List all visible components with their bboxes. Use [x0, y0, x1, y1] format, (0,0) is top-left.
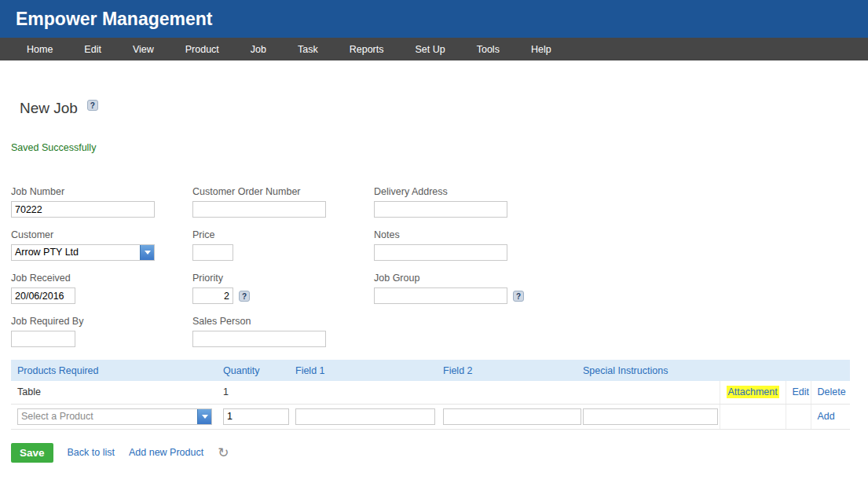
job-group-help-icon[interactable]: ? [513, 291, 524, 302]
nav-item-help[interactable]: Help [515, 38, 567, 60]
edit-link[interactable]: Edit [793, 386, 810, 397]
price-label: Price [192, 229, 374, 240]
cell-quantity: 1 [217, 381, 289, 404]
delivery-address-field[interactable] [374, 201, 507, 218]
col-header-edit [786, 360, 811, 381]
page-help-icon[interactable]: ? [87, 100, 98, 111]
customer-dropdown[interactable]: Arrow PTY Ltd [11, 244, 155, 261]
page-title: New Job [20, 100, 78, 117]
cell-product: Table [11, 381, 217, 404]
new-field1-field[interactable] [295, 408, 435, 425]
notes-field[interactable] [374, 244, 507, 261]
job-number-field[interactable] [11, 201, 155, 218]
cell-field2 [437, 381, 577, 404]
new-quantity-field[interactable] [223, 408, 289, 425]
cell-field1 [289, 381, 437, 404]
product-select-placeholder: Select a Product [18, 409, 197, 424]
col-header-field1: Field 1 [289, 360, 437, 381]
job-received-field[interactable] [11, 287, 75, 304]
col-header-attachment [720, 360, 786, 381]
table-row: Table 1 Attachment Edit Delete [11, 381, 850, 404]
new-special-instructions-field[interactable] [583, 408, 718, 425]
sales-person-label: Sales Person [192, 316, 374, 327]
chevron-down-icon [202, 415, 208, 419]
customer-dropdown-value: Arrow PTY Ltd [12, 245, 140, 260]
delivery-address-label: Delivery Address [374, 186, 857, 197]
customer-label: Customer [11, 229, 192, 240]
status-message: Saved Successfully [11, 142, 857, 153]
job-required-by-field[interactable] [11, 331, 75, 347]
customer-order-number-label: Customer Order Number [192, 186, 374, 197]
add-new-product-link[interactable]: Add new Product [129, 447, 203, 458]
nav-item-home[interactable]: Home [11, 38, 68, 60]
footer-actions: Save Back to list Add new Product ↻ [11, 443, 857, 463]
save-button[interactable]: Save [11, 443, 53, 463]
customer-order-number-field[interactable] [192, 201, 326, 218]
job-number-label: Job Number [11, 186, 192, 197]
products-table: Products Required Quantity Field 1 Field… [11, 360, 850, 430]
page-content: New Job ? Saved Successfully Job Number … [0, 100, 868, 463]
nav-item-task[interactable]: Task [282, 38, 334, 60]
col-header-delete [811, 360, 850, 381]
sales-person-field[interactable] [192, 331, 326, 347]
job-group-label: Job Group [374, 273, 857, 284]
job-received-label: Job Received [11, 273, 192, 284]
nav-item-view[interactable]: View [117, 38, 170, 60]
job-form: Job Number Customer Order Number Deliver… [11, 186, 857, 347]
col-header-quantity: Quantity [217, 360, 289, 381]
product-select-dropdown-button[interactable] [197, 409, 211, 424]
back-to-list-link[interactable]: Back to list [68, 447, 115, 458]
job-required-by-label: Job Required By [11, 316, 192, 327]
nav-item-product[interactable]: Product [170, 38, 235, 60]
products-table-header-row: Products Required Quantity Field 1 Field… [11, 360, 850, 381]
nav-item-edit[interactable]: Edit [68, 38, 117, 60]
job-group-field[interactable] [374, 287, 507, 304]
app-title: Empower Management [16, 9, 213, 30]
nav-item-tools[interactable]: Tools [461, 38, 515, 60]
notes-label: Notes [374, 229, 857, 240]
main-nav: Home Edit View Product Job Task Reports … [0, 38, 868, 60]
nav-item-job[interactable]: Job [235, 38, 282, 60]
chevron-down-icon [145, 251, 151, 254]
priority-help-icon[interactable]: ? [239, 291, 250, 302]
delete-link[interactable]: Delete [818, 386, 846, 397]
customer-dropdown-button[interactable] [140, 245, 154, 260]
refresh-icon[interactable]: ↻ [218, 446, 229, 460]
cell-special-instructions [577, 381, 720, 404]
add-link[interactable]: Add [818, 411, 835, 422]
nav-item-setup[interactable]: Set Up [400, 38, 461, 60]
col-header-field2: Field 2 [437, 360, 577, 381]
col-header-products-required: Products Required [11, 360, 217, 381]
priority-label: Priority [192, 273, 374, 284]
new-field2-field[interactable] [443, 408, 581, 425]
attachment-link[interactable]: Attachment [727, 386, 779, 398]
priority-field[interactable] [192, 287, 233, 304]
col-header-special-instructions: Special Instructions [577, 360, 720, 381]
new-product-row: Select a Product Add [11, 404, 850, 429]
app-header: Empower Management [0, 0, 868, 38]
price-field[interactable] [192, 244, 233, 261]
product-select-dropdown[interactable]: Select a Product [17, 408, 212, 425]
nav-item-reports[interactable]: Reports [334, 38, 400, 60]
